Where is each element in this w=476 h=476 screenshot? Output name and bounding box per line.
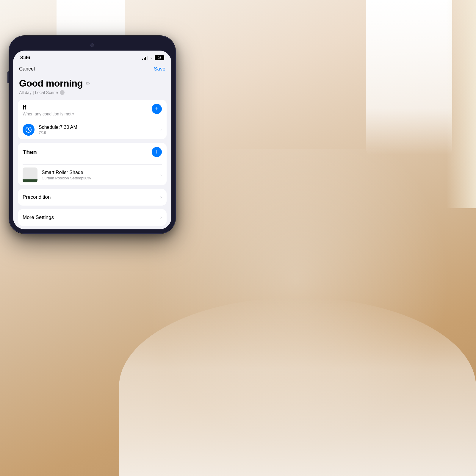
device-action: Curtain Position Setting:30% bbox=[42, 176, 156, 180]
precondition-label: Precondition bbox=[23, 194, 51, 200]
shade-top bbox=[23, 167, 37, 179]
phone-bezel: 3:46 ∿ 93 Canc bbox=[9, 36, 176, 234]
more-settings-card[interactable]: More Settings › bbox=[18, 209, 167, 226]
device-thumbnail bbox=[23, 167, 37, 182]
device-row[interactable]: Smart Roller Shade Curtain Position Sett… bbox=[18, 165, 167, 185]
schedule-icon-wrap bbox=[23, 124, 35, 136]
scene-title: Good morning bbox=[19, 78, 83, 89]
battery-icon: 93 bbox=[155, 55, 164, 60]
if-card: If When any condition is met ▾ + bbox=[18, 100, 167, 139]
schedule-info: Schedule:7:30 AM 7/19 bbox=[39, 125, 156, 135]
local-scene-icon bbox=[60, 90, 65, 95]
schedule-row[interactable]: Schedule:7:30 AM 7/19 › bbox=[18, 120, 167, 139]
cancel-button[interactable]: Cancel bbox=[19, 66, 35, 72]
if-add-button[interactable]: + bbox=[152, 104, 162, 114]
then-label: Then bbox=[23, 149, 37, 156]
save-button[interactable]: Save bbox=[154, 66, 165, 72]
device-row-chevron-icon: › bbox=[160, 172, 162, 178]
more-settings-label: More Settings bbox=[23, 214, 54, 220]
status-bar: 3:46 ∿ 93 bbox=[13, 51, 171, 64]
then-card: Then + Smart Roller Shade bbox=[18, 143, 167, 185]
phone-screen: 3:46 ∿ 93 Canc bbox=[13, 51, 171, 229]
signal-bar-1 bbox=[142, 59, 143, 60]
more-settings-chevron-icon: › bbox=[160, 215, 162, 220]
phone-device: 3:46 ∿ 93 Canc bbox=[9, 36, 176, 234]
title-section: Good morning ✏ All day | Local Scene bbox=[13, 76, 171, 100]
then-add-button[interactable]: + bbox=[152, 147, 162, 157]
device-name: Smart Roller Shade bbox=[42, 170, 156, 175]
scene-subtitle-text: All day | Local Scene bbox=[19, 90, 58, 95]
schedule-row-chevron-icon: › bbox=[160, 127, 162, 132]
app-content: Cancel Save Good morning ✏ All day | Loc… bbox=[13, 64, 171, 226]
scene-title-row: Good morning ✏ bbox=[19, 78, 165, 89]
phone-notch bbox=[13, 40, 171, 51]
scene-subtitle: All day | Local Scene bbox=[19, 90, 165, 95]
if-title-block: If When any condition is met ▾ bbox=[23, 104, 74, 116]
schedule-date: 7/19 bbox=[39, 130, 156, 135]
signal-bar-4 bbox=[147, 56, 148, 60]
precondition-chevron-icon: › bbox=[160, 195, 162, 200]
front-camera bbox=[90, 43, 94, 47]
device-info: Smart Roller Shade Curtain Position Sett… bbox=[42, 170, 156, 180]
if-condition[interactable]: When any condition is met ▾ bbox=[23, 112, 74, 116]
then-header: Then + bbox=[18, 143, 167, 161]
signal-bar-2 bbox=[144, 58, 145, 60]
status-time: 3:46 bbox=[20, 55, 30, 61]
precondition-card[interactable]: Precondition › bbox=[18, 189, 167, 206]
signal-icon bbox=[142, 56, 148, 60]
condition-chevron-icon: ▾ bbox=[72, 112, 74, 116]
signal-bar-3 bbox=[145, 57, 146, 60]
nav-bar: Cancel Save bbox=[13, 64, 171, 76]
wifi-icon: ∿ bbox=[149, 55, 153, 60]
shade-bottom bbox=[23, 179, 37, 182]
status-icons: ∿ 93 bbox=[142, 55, 164, 60]
if-header: If When any condition is met ▾ + bbox=[18, 100, 167, 116]
edit-icon[interactable]: ✏ bbox=[86, 80, 90, 87]
clock-icon bbox=[25, 126, 32, 133]
schedule-title: Schedule:7:30 AM bbox=[39, 125, 156, 130]
if-label: If bbox=[23, 104, 74, 111]
